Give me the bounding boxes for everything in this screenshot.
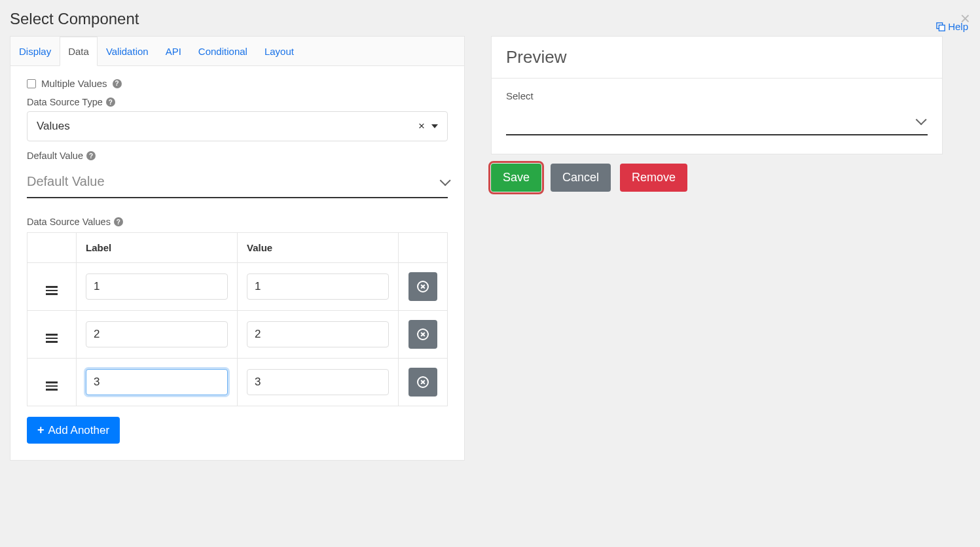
preview-panel: Preview Select <box>491 36 943 154</box>
save-button[interactable]: Save <box>491 164 541 192</box>
chevron-down-icon <box>440 175 451 186</box>
table-row <box>27 311 448 359</box>
add-another-label: Add Another <box>48 424 110 437</box>
default-value-label: Default Value <box>27 150 83 161</box>
row-label-input[interactable] <box>86 321 228 347</box>
tab-bar: Display Data Validation API Conditional … <box>10 37 464 66</box>
delete-icon <box>417 376 429 388</box>
tab-conditional[interactable]: Conditional <box>190 37 256 66</box>
data-source-values-label: Data Source Values <box>27 217 111 227</box>
preview-title: Preview <box>492 37 942 79</box>
tab-api[interactable]: API <box>157 37 190 66</box>
clear-icon[interactable]: × <box>418 120 425 133</box>
table-row <box>27 359 448 406</box>
delete-icon <box>417 281 429 292</box>
data-source-type-select[interactable]: Values × <box>27 111 448 141</box>
multiple-values-label: Multiple Values <box>41 78 107 89</box>
delete-icon <box>417 328 429 340</box>
row-label-input[interactable] <box>86 369 228 395</box>
caret-down-icon <box>431 124 438 128</box>
help-link-text: Help <box>948 21 968 32</box>
help-icon <box>936 22 945 31</box>
row-label-input[interactable] <box>86 274 228 300</box>
config-panel: Display Data Validation API Conditional … <box>10 36 465 461</box>
tab-display[interactable]: Display <box>10 37 60 66</box>
drag-handle-icon[interactable] <box>46 334 58 343</box>
cancel-button[interactable]: Cancel <box>551 164 611 192</box>
svg-rect-1 <box>939 25 945 31</box>
drag-handle-icon[interactable] <box>46 381 58 391</box>
dialog-title: Select Component <box>10 10 139 28</box>
chevron-down-icon <box>916 114 927 125</box>
row-value-input[interactable] <box>247 274 389 300</box>
data-source-type-label: Data Source Type <box>27 97 103 107</box>
row-value-input[interactable] <box>247 369 389 395</box>
row-value-input[interactable] <box>247 321 389 347</box>
default-value-placeholder: Default Value <box>27 174 105 189</box>
multiple-values-checkbox[interactable] <box>27 79 36 88</box>
default-value-select[interactable]: Default Value <box>27 168 448 198</box>
remove-button[interactable]: Remove <box>620 164 687 192</box>
drag-handle-icon[interactable] <box>46 286 58 295</box>
plus-icon: + <box>37 423 45 437</box>
data-source-values-table: Label Value <box>27 232 448 406</box>
table-row <box>27 263 448 311</box>
col-label-header: Label <box>77 233 238 263</box>
tab-data[interactable]: Data <box>60 37 98 66</box>
add-another-button[interactable]: + Add Another <box>27 417 120 444</box>
question-icon[interactable]: ? <box>113 79 122 88</box>
question-icon[interactable]: ? <box>86 151 96 160</box>
preview-select[interactable] <box>506 108 928 135</box>
col-value-header: Value <box>237 233 398 263</box>
delete-row-button[interactable] <box>408 368 437 397</box>
help-link[interactable]: Help <box>936 21 968 32</box>
data-source-type-value: Values <box>37 120 70 133</box>
delete-row-button[interactable] <box>408 272 437 301</box>
delete-row-button[interactable] <box>408 320 437 349</box>
question-icon[interactable]: ? <box>114 217 123 226</box>
tab-validation[interactable]: Validation <box>98 37 157 66</box>
preview-select-label: Select <box>506 90 928 101</box>
question-icon[interactable]: ? <box>106 97 115 107</box>
tab-layout[interactable]: Layout <box>256 37 302 66</box>
